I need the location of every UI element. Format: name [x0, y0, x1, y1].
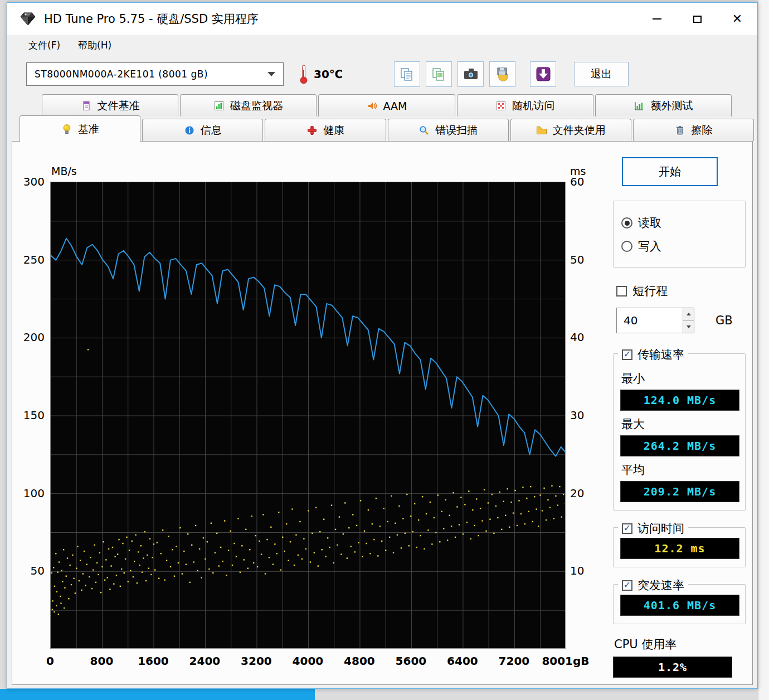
minimize-icon [653, 18, 661, 20]
start-button[interactable]: 开始 [622, 157, 718, 186]
y-axis-tick-left: 250 [12, 253, 45, 266]
down-arrow-icon [687, 325, 691, 328]
tab-label: 磁盘监视器 [230, 99, 283, 113]
x-axis-tick: 5600 [386, 654, 436, 668]
folder-usage-icon [536, 125, 547, 136]
transfer-rate-groupbox: ✓ 传输速率 最小 124.0 MB/s 最大 264.2 MB/s 平均 20… [613, 353, 746, 511]
max-label: 最大 [621, 416, 739, 432]
x-axis-tick: 800 [76, 654, 126, 668]
cpu-usage-value: 1.2% [613, 657, 732, 678]
plot-area [50, 182, 566, 649]
thermometer-icon [299, 64, 308, 84]
short-stroke-spinner [616, 308, 694, 333]
x-axis-tick: 2400 [179, 654, 230, 668]
tab-aam[interactable]: AAM [318, 94, 455, 116]
maximize-icon [693, 16, 702, 23]
y-axis-tick-right: 40 [570, 330, 598, 344]
side-panel: 开始 读取 写入 ✓ 短行程 [598, 143, 753, 684]
benchmark-tab-page: MB/s ms 30025020015010050 605040302010 0… [12, 141, 753, 685]
tab-label: 基准 [78, 122, 99, 137]
drive-select[interactable]: ST8000NM000A-2KE101 (8001 gB) [26, 62, 284, 86]
tab-info[interactable]: 信息 [142, 119, 263, 141]
copy-image-icon [431, 67, 446, 82]
access-time-checkbox[interactable]: ✓ [622, 523, 632, 534]
drive-select-value: ST8000NM000A-2KE101 (8001 gB) [35, 69, 208, 80]
avg-label: 平均 [621, 462, 739, 478]
temperature-value: 30℃ [314, 67, 343, 81]
health-icon [306, 125, 318, 136]
toolbar: ST8000NM000A-2KE101 (8001 gB) 30℃ [7, 55, 757, 93]
y-axis-tick-right: 30 [570, 409, 598, 422]
hd-tune-window: HD Tune Pro 5.75 - 硬盘/SSD 实用程序 ✕ 文件(F) 帮… [7, 2, 758, 689]
copy-text-button[interactable] [394, 61, 420, 87]
copy-image-button[interactable] [426, 61, 452, 87]
tab-health[interactable]: 健康 [265, 119, 386, 141]
read-radio-row[interactable]: 读取 [621, 211, 739, 235]
y-axis-tick-left: 150 [12, 409, 45, 422]
close-icon: ✕ [732, 13, 742, 25]
tab-label: 擦除 [691, 123, 712, 138]
burst-rate-groupbox: ✓ 突发速率 401.6 MB/s [613, 584, 746, 624]
short-stroke-row[interactable]: ✓ 短行程 [616, 283, 746, 299]
spinner-down-button[interactable] [683, 321, 694, 333]
tab-error-scan[interactable]: 错误扫描 [388, 119, 509, 141]
error-scan-icon [418, 125, 430, 136]
close-button[interactable]: ✕ [717, 3, 757, 35]
maximize-button[interactable] [677, 3, 717, 35]
write-radio[interactable] [621, 241, 632, 252]
short-stroke-checkbox[interactable]: ✓ [616, 286, 627, 296]
info-icon [184, 125, 195, 136]
tab-label: 文件夹使用 [553, 123, 606, 138]
erase-icon [674, 125, 685, 136]
tab-erase[interactable]: 擦除 [633, 119, 754, 141]
tab-label: 错误扫描 [435, 123, 478, 138]
tab-disk-monitor[interactable]: 磁盘监视器 [180, 94, 317, 116]
cpu-usage-label: CPU 使用率 [614, 636, 746, 652]
tab-row-top: 文件基准磁盘监视器AAM随机访问额外测试 [7, 93, 757, 116]
window-controls: ✕ [637, 3, 757, 35]
read-radio-label: 读取 [638, 215, 661, 231]
exit-button[interactable]: 退出 [574, 62, 629, 86]
y-axis-tick-left: 50 [12, 564, 45, 577]
tab-benchmark[interactable]: 基准 [20, 115, 140, 142]
cpu-usage-block: CPU 使用率 1.2% [613, 636, 746, 678]
export-button[interactable] [530, 61, 556, 87]
background-window-strip [758, 0, 769, 700]
burst-rate-value: 401.6 MB/s [620, 595, 739, 616]
spinner-up-button[interactable] [683, 308, 694, 321]
menu-bar: 文件(F) 帮助(H) [7, 35, 757, 55]
write-radio-row[interactable]: 写入 [621, 235, 739, 258]
menu-file[interactable]: 文件(F) [22, 37, 67, 54]
y-axis-tick-right: 50 [570, 253, 598, 266]
title-bar: HD Tune Pro 5.75 - 硬盘/SSD 实用程序 ✕ [7, 3, 757, 35]
access-time-groupbox: ✓ 访问时间 12.2 ms [613, 527, 746, 567]
write-radio-label: 写入 [638, 239, 661, 254]
short-stroke-size-row: GB [616, 308, 746, 333]
tab-random-access[interactable]: 随机访问 [457, 94, 593, 116]
x-axis-tick: 1600 [128, 654, 178, 668]
transfer-rate-checkbox[interactable]: ✓ [622, 349, 632, 360]
save-button[interactable] [489, 61, 515, 87]
screenshot-button[interactable] [457, 61, 484, 87]
short-stroke-value-input[interactable] [617, 308, 683, 333]
tab-file-benchmark[interactable]: 文件基准 [42, 94, 178, 116]
grid-lines [51, 182, 566, 649]
transfer-rate-legend: ✓ 传输速率 [618, 347, 688, 362]
burst-rate-checkbox[interactable]: ✓ [622, 580, 632, 591]
burst-rate-label: 突发速率 [637, 577, 684, 593]
minimize-button[interactable] [637, 3, 677, 35]
disk-monitor-icon [213, 100, 225, 111]
left-axis-unit-label: MB/s [51, 165, 77, 177]
tab-label: 健康 [323, 123, 344, 138]
x-axis-tick: 6400 [437, 654, 488, 668]
check-icon: ✓ [624, 350, 631, 359]
tab-folder-usage[interactable]: 文件夹使用 [510, 119, 631, 141]
extra-tests-icon [634, 100, 645, 111]
access-time-legend: ✓ 访问时间 [618, 521, 688, 536]
x-axis-tick: 0 [25, 654, 75, 668]
radio-dot-icon [625, 221, 630, 226]
menu-help[interactable]: 帮助(H) [71, 37, 118, 54]
tab-row-bottom: 基准信息健康错误扫描文件夹使用擦除 [7, 116, 757, 141]
tab-extra-tests[interactable]: 额外测试 [595, 94, 732, 116]
read-radio[interactable] [621, 217, 632, 229]
